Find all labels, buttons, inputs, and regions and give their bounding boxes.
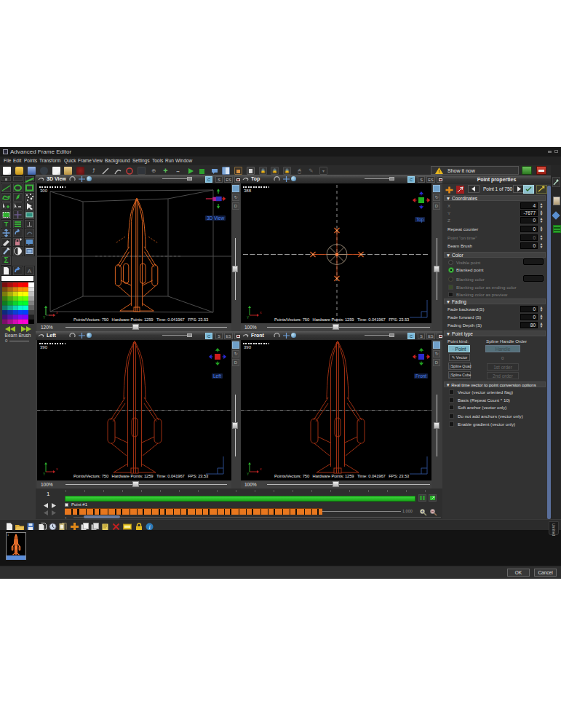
svg-text:Y: Y (43, 472, 46, 475)
svg-text:!: ! (439, 169, 440, 174)
svg-text:x: x (56, 310, 58, 314)
svg-text:Y: Y (43, 315, 46, 319)
svg-text:x: x (260, 310, 262, 314)
svg-text:Y: Y (247, 472, 250, 475)
svg-text:Y: Y (247, 315, 250, 319)
svg-text:x: x (260, 467, 262, 471)
svg-text:x: x (56, 467, 58, 471)
